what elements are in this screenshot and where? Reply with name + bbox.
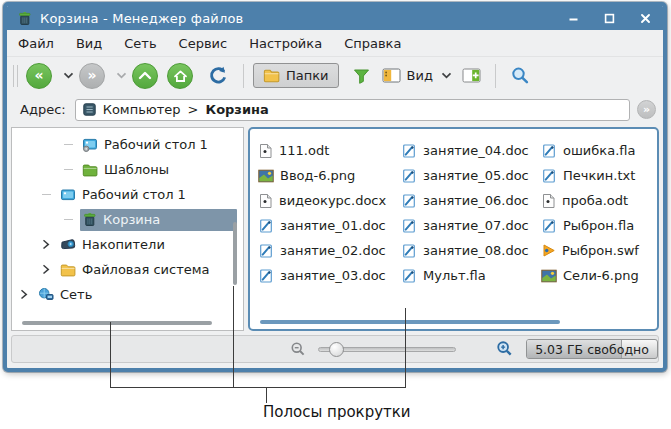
- zoom-slider[interactable]: [318, 347, 456, 352]
- zoom-in-button[interactable]: [496, 340, 513, 357]
- zoom-out-button[interactable]: [290, 341, 306, 357]
- sidebar-vertical-scrollbar[interactable]: [233, 222, 237, 285]
- back-button[interactable]: «: [26, 63, 52, 89]
- menu-item-file[interactable]: Файл: [7, 36, 65, 51]
- window-controls: [567, 12, 651, 24]
- tree-line: [64, 169, 80, 170]
- file-item[interactable]: проба.odt: [541, 188, 657, 213]
- zoom-in-icon: [496, 340, 513, 357]
- file-item[interactable]: занятие_07.doc: [401, 213, 541, 238]
- status-bar: 5.03 ГБ свободно: [11, 335, 659, 363]
- sidebar-item-drives[interactable]: Накопители: [12, 232, 243, 257]
- chevron-down-icon: [441, 72, 452, 79]
- sidebar-item-body[interactable]: Сеть: [36, 284, 237, 306]
- add-pane-button[interactable]: [462, 68, 481, 83]
- minimize-button[interactable]: [567, 12, 579, 24]
- filter-icon: [353, 68, 370, 84]
- file-item[interactable]: Рыброн.swf: [541, 238, 657, 263]
- computer-icon: [83, 103, 96, 116]
- file-item[interactable]: занятие_01.doc: [258, 213, 401, 238]
- doc-icon: [258, 193, 273, 209]
- view-mode-button[interactable]: Вид: [379, 66, 436, 85]
- address-bar: Адрес: Компьютер > Корзина »: [7, 94, 663, 125]
- image-icon: [258, 169, 274, 183]
- edit-icon: [258, 243, 274, 259]
- file-item[interactable]: занятие_02.doc: [258, 238, 401, 263]
- search-button[interactable]: [510, 66, 530, 85]
- doc-icon: [541, 193, 556, 209]
- maximize-button[interactable]: [603, 12, 615, 24]
- forward-history-dropdown[interactable]: [116, 72, 127, 79]
- sidebar-item-body[interactable]: Файловая система: [58, 259, 237, 281]
- sidebar-item-desktop-1[interactable]: Рабочий стол 1: [12, 182, 243, 207]
- toolbar-grip[interactable]: [13, 65, 18, 87]
- file-item[interactable]: занятие_08.doc: [401, 238, 541, 263]
- file-name: занятие_03.doc: [280, 268, 386, 283]
- menu-item-view[interactable]: Вид: [65, 36, 113, 51]
- trash-icon: [82, 212, 97, 227]
- file-name: занятие_07.doc: [423, 218, 529, 233]
- file-item[interactable]: Сели-6.png: [541, 263, 657, 288]
- desktop-icon: [60, 187, 76, 203]
- file-item[interactable]: занятие_05.doc: [401, 163, 541, 188]
- free-space-label: 5.03 ГБ свободно: [527, 340, 657, 358]
- trash-icon: [17, 11, 32, 26]
- sidebar-item-templates[interactable]: Шаблоны: [12, 157, 243, 182]
- expand-chevron[interactable]: [42, 264, 58, 275]
- refresh-icon: [207, 65, 229, 86]
- filepane-horizontal-scrollbar[interactable]: [260, 320, 560, 324]
- sidebar-horizontal-scrollbar[interactable]: [22, 321, 212, 325]
- sidebar-item-label: Рабочий стол 1: [82, 187, 186, 202]
- address-field[interactable]: Компьютер > Корзина: [75, 99, 630, 121]
- forward-button[interactable]: »: [79, 63, 105, 89]
- file-item[interactable]: занятие_04.doc: [401, 138, 541, 163]
- file-item[interactable]: занятие_03.doc: [258, 263, 401, 288]
- home-icon: [173, 69, 188, 83]
- expand-chevron[interactable]: [42, 239, 58, 250]
- menu-item-settings[interactable]: Настройка: [238, 36, 333, 51]
- file-item[interactable]: видеокурс.docx: [258, 188, 401, 213]
- back-history-dropdown[interactable]: [63, 72, 74, 79]
- sidebar-item-file-system[interactable]: Файловая система: [12, 257, 243, 282]
- sidebar-item-body[interactable]: Рабочий стол 1: [58, 184, 237, 206]
- home-button[interactable]: [167, 63, 193, 89]
- up-button[interactable]: [132, 63, 158, 89]
- file-item[interactable]: Печкин.txt: [541, 163, 657, 188]
- file-item[interactable]: ошибка.fla: [541, 138, 657, 163]
- expand-chevron[interactable]: [20, 289, 36, 300]
- breadcrumb-root[interactable]: Компьютер: [103, 102, 181, 117]
- view-mode-dropdown[interactable]: [441, 72, 452, 79]
- file-item[interactable]: 111.odt: [258, 138, 401, 163]
- toolbar-separator: [495, 64, 496, 88]
- network-icon: [38, 287, 54, 302]
- menu-item-network[interactable]: Сеть: [113, 36, 167, 51]
- sidebar-item-body[interactable]: Накопители: [58, 234, 237, 256]
- view-split-icon: [382, 68, 401, 83]
- file-item[interactable]: Ввод-6.png: [258, 163, 401, 188]
- refresh-button[interactable]: [207, 65, 229, 86]
- sidebar-item-network[interactable]: Сеть: [12, 282, 243, 307]
- sidebar-item-body[interactable]: Рабочий стол 1: [80, 134, 237, 156]
- sidebar-item-label: Сеть: [60, 287, 92, 302]
- file-item[interactable]: Мульт.fla: [401, 263, 541, 288]
- file-item[interactable]: занятие_06.doc: [401, 188, 541, 213]
- menu-item-help[interactable]: Справка: [333, 36, 412, 51]
- go-button[interactable]: »: [637, 100, 656, 119]
- folders-toggle-button[interactable]: Папки: [253, 63, 339, 88]
- sidebar-item-body[interactable]: Корзина: [80, 209, 237, 231]
- close-button[interactable]: [639, 12, 651, 24]
- sidebar-item-desktop-1-sub[interactable]: Рабочий стол 1: [12, 132, 243, 157]
- sidebar-item-trash[interactable]: Корзина: [12, 207, 243, 232]
- tree-line: [64, 144, 80, 145]
- zoom-slider-handle[interactable]: [329, 342, 344, 357]
- titlebar[interactable]: Корзина - Менеджер файлов: [7, 6, 663, 30]
- filter-button[interactable]: [353, 68, 370, 84]
- add-pane-icon: [462, 68, 481, 83]
- free-space-indicator[interactable]: 5.03 ГБ свободно: [526, 339, 658, 359]
- menu-item-service[interactable]: Сервис: [168, 36, 239, 51]
- arrow-up-icon: [138, 71, 152, 80]
- annotation-line: [110, 387, 406, 388]
- sidebar-item-label: Корзина: [103, 212, 160, 227]
- file-item[interactable]: Рыброн.fla: [541, 213, 657, 238]
- sidebar-item-body[interactable]: Шаблоны: [80, 159, 237, 181]
